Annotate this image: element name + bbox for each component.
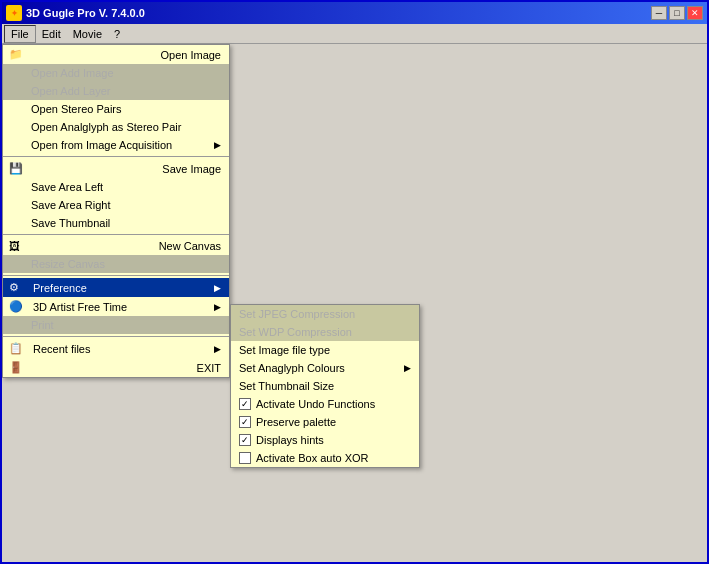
separator-2 bbox=[3, 234, 229, 235]
menu-help[interactable]: ? bbox=[108, 26, 126, 42]
menu-save-area-left[interactable]: Save Area Left bbox=[3, 178, 229, 196]
main-content: 📁 Open Image Open Add Image Open Add Lay… bbox=[2, 44, 707, 562]
checkbox-displays-hints[interactable] bbox=[239, 434, 251, 446]
menu-save-thumbnail[interactable]: Save Thumbnail bbox=[3, 214, 229, 232]
submenu-preserve-palette[interactable]: Preserve palette bbox=[231, 413, 419, 431]
submenu-set-anaglyph[interactable]: Set Anaglyph Colours ▶ bbox=[231, 359, 419, 377]
checkbox-activate-undo[interactable] bbox=[239, 398, 251, 410]
menu-bar: File Edit Movie ? bbox=[2, 24, 707, 44]
floppy-icon: 💾 bbox=[9, 162, 29, 175]
menu-recent-files[interactable]: 📋 Recent files ▶ bbox=[3, 339, 229, 358]
submenu-arrow-acquisition: ▶ bbox=[214, 140, 221, 150]
menu-edit[interactable]: Edit bbox=[36, 26, 67, 42]
separator-3 bbox=[3, 275, 229, 276]
maximize-button[interactable]: □ bbox=[669, 6, 685, 20]
submenu-set-thumbnail[interactable]: Set Thumbnail Size bbox=[231, 377, 419, 395]
recent-icon: 📋 bbox=[9, 342, 29, 355]
menu-open-image[interactable]: 📁 Open Image bbox=[3, 45, 229, 64]
menu-resize-canvas: Resize Canvas bbox=[3, 255, 229, 273]
submenu-activate-undo[interactable]: Activate Undo Functions bbox=[231, 395, 419, 413]
gear-icon: ⚙ bbox=[9, 281, 29, 294]
title-bar-left: ✦ 3D Gugle Pro V. 7.4.0.0 bbox=[6, 5, 145, 21]
menu-open-add-layer: Open Add Layer bbox=[3, 82, 229, 100]
ball-icon: 🔵 bbox=[9, 300, 29, 313]
checkbox-activate-box[interactable] bbox=[239, 452, 251, 464]
menu-exit[interactable]: 🚪 EXIT bbox=[3, 358, 229, 377]
folder-icon: 📁 bbox=[9, 48, 29, 61]
app-window: ✦ 3D Gugle Pro V. 7.4.0.0 ─ □ ✕ File Edi… bbox=[0, 0, 709, 564]
menu-open-acquisition[interactable]: Open from Image Acquisition ▶ bbox=[3, 136, 229, 154]
menu-file[interactable]: File bbox=[4, 25, 36, 43]
menu-3d-artist[interactable]: 🔵 3D Artist Free Time ▶ bbox=[3, 297, 229, 316]
separator-1 bbox=[3, 156, 229, 157]
separator-4 bbox=[3, 336, 229, 337]
file-dropdown: 📁 Open Image Open Add Image Open Add Lay… bbox=[2, 44, 230, 378]
close-button[interactable]: ✕ bbox=[687, 6, 703, 20]
window-title: 3D Gugle Pro V. 7.4.0.0 bbox=[26, 7, 145, 19]
menu-save-image[interactable]: 💾 Save Image bbox=[3, 159, 229, 178]
preference-submenu: Set JPEG Compression Set WDP Compression… bbox=[230, 304, 420, 468]
app-icon: ✦ bbox=[6, 5, 22, 21]
menu-print: Print bbox=[3, 316, 229, 334]
menu-open-stereo-pairs[interactable]: Open Stereo Pairs bbox=[3, 100, 229, 118]
submenu-arrow-preference: ▶ bbox=[214, 283, 221, 293]
menu-save-area-right[interactable]: Save Area Right bbox=[3, 196, 229, 214]
menu-preference[interactable]: ⚙ Preference ▶ bbox=[3, 278, 229, 297]
title-bar: ✦ 3D Gugle Pro V. 7.4.0.0 ─ □ ✕ bbox=[2, 2, 707, 24]
submenu-displays-hints[interactable]: Displays hints bbox=[231, 431, 419, 449]
submenu-arrow-recent: ▶ bbox=[214, 344, 221, 354]
menu-new-canvas[interactable]: 🖼 New Canvas bbox=[3, 237, 229, 255]
submenu-set-image-file-type[interactable]: Set Image file type bbox=[231, 341, 419, 359]
submenu-set-jpeg: Set JPEG Compression bbox=[231, 305, 419, 323]
menu-open-add-image: Open Add Image bbox=[3, 64, 229, 82]
menu-movie[interactable]: Movie bbox=[67, 26, 108, 42]
menu-open-analglyph[interactable]: Open Analglyph as Stereo Pair bbox=[3, 118, 229, 136]
submenu-arrow-3dartist: ▶ bbox=[214, 302, 221, 312]
submenu-set-wdp: Set WDP Compression bbox=[231, 323, 419, 341]
submenu-activate-box[interactable]: Activate Box auto XOR bbox=[231, 449, 419, 467]
title-buttons: ─ □ ✕ bbox=[651, 6, 703, 20]
checkbox-preserve-palette[interactable] bbox=[239, 416, 251, 428]
exit-icon: 🚪 bbox=[9, 361, 29, 374]
submenu-arrow-anaglyph: ▶ bbox=[404, 363, 411, 373]
canvas-icon: 🖼 bbox=[9, 240, 29, 252]
minimize-button[interactable]: ─ bbox=[651, 6, 667, 20]
